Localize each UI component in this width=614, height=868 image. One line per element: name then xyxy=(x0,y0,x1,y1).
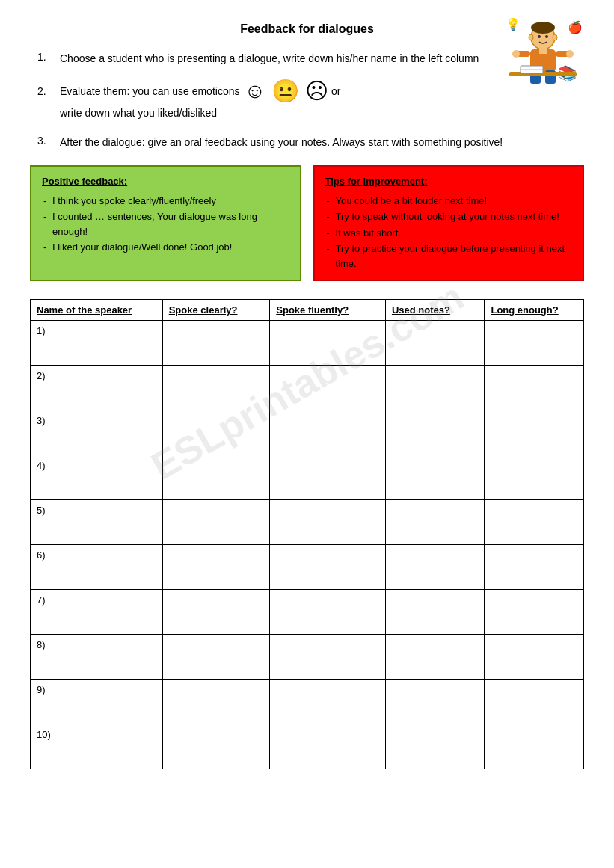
table-row: 5) xyxy=(31,500,584,545)
row-cell xyxy=(485,680,584,724)
row-number: 4) xyxy=(31,455,163,500)
positive-feedback-box: Positive feedback: I think you spoke cle… xyxy=(30,165,301,281)
instruction-2-number: 2. xyxy=(37,85,60,97)
row-number: 3) xyxy=(31,410,163,455)
row-cell xyxy=(485,545,584,590)
row-cell xyxy=(485,590,584,635)
page-title: Feedback for dialogues xyxy=(30,22,584,36)
positive-item-2: I counted … sentences, Your dialogue was… xyxy=(42,209,289,238)
row-cell xyxy=(485,410,584,455)
instruction-3-text: After the dialogue: give an oral feedbac… xyxy=(60,135,503,150)
row-cell xyxy=(270,590,386,635)
emoticons: ☺ 😐 ☹ xyxy=(244,80,328,102)
row-cell xyxy=(385,455,485,500)
tips-feedback-box: Tips for improvement: You could be a bit… xyxy=(313,165,585,281)
row-cell xyxy=(485,724,584,769)
row-cell xyxy=(162,366,270,410)
col-header-name: Name of the speaker xyxy=(31,300,163,321)
row-cell xyxy=(270,545,386,590)
row-cell xyxy=(485,455,584,500)
table-row: 6) xyxy=(31,545,584,590)
svg-point-6 xyxy=(545,35,548,38)
row-cell xyxy=(385,724,485,769)
table-header-row: Name of the speaker Spoke clearly? Spoke… xyxy=(31,300,584,321)
instruction-3-number: 3. xyxy=(37,135,60,147)
row-number: 2) xyxy=(31,366,163,410)
row-cell xyxy=(162,410,270,455)
feedback-table: Name of the speaker Spoke clearly? Spoke… xyxy=(30,299,584,769)
tips-item-2: Try to speak without looking at your not… xyxy=(325,209,573,224)
row-number: 8) xyxy=(31,635,163,680)
neutral-emoticon: 😐 xyxy=(271,80,299,102)
or-text: or xyxy=(331,85,340,97)
row-cell xyxy=(270,500,386,545)
row-cell xyxy=(385,410,485,455)
row-cell xyxy=(385,545,485,590)
row-cell xyxy=(270,410,386,455)
row-cell xyxy=(485,635,584,680)
instruction-2-text-after: write down what you liked/disliked xyxy=(60,105,217,121)
instruction-3: 3. After the dialogue: give an oral feed… xyxy=(37,135,584,150)
positive-feedback-title: Positive feedback: xyxy=(42,174,289,189)
svg-rect-10 xyxy=(539,48,547,54)
positive-item-1: I think you spoke clearly/fluently/freel… xyxy=(42,194,289,209)
table-row: 3) xyxy=(31,410,584,455)
row-cell xyxy=(385,590,485,635)
col-header-long: Long enough? xyxy=(485,300,584,321)
row-cell xyxy=(162,455,270,500)
row-number: 6) xyxy=(31,545,163,590)
col-header-fluently: Spoke fluently? xyxy=(270,300,386,321)
sad-emoticon: ☹ xyxy=(305,80,328,102)
svg-text:🍎: 🍎 xyxy=(568,20,583,34)
svg-point-7 xyxy=(529,34,533,40)
svg-point-13 xyxy=(512,50,520,58)
happy-emoticon: ☺ xyxy=(244,81,265,102)
row-cell xyxy=(162,590,270,635)
row-cell xyxy=(162,545,270,590)
feedback-boxes: Positive feedback: I think you spoke cle… xyxy=(30,165,584,281)
tips-item-4: Try to practice your dialogue before pre… xyxy=(325,241,573,271)
row-cell xyxy=(162,321,270,366)
tips-item-3: It was bit short. xyxy=(325,226,573,241)
svg-point-8 xyxy=(553,34,557,40)
row-cell xyxy=(385,680,485,724)
positive-item-3: I liked your dialogue/Well done! Good jo… xyxy=(42,240,289,255)
row-cell xyxy=(385,500,485,545)
svg-point-14 xyxy=(566,50,574,58)
row-number: 9) xyxy=(31,680,163,724)
row-cell xyxy=(162,724,270,769)
table-row: 7) xyxy=(31,590,584,635)
svg-point-4 xyxy=(531,22,555,34)
positive-feedback-list: I think you spoke clearly/fluently/freel… xyxy=(42,194,289,255)
row-number: 1) xyxy=(31,321,163,366)
col-header-notes: Used notes? xyxy=(385,300,485,321)
table-row: 8) xyxy=(31,635,584,680)
svg-point-5 xyxy=(538,35,541,38)
tips-item-1: You could be a bit louder next time! xyxy=(325,194,573,209)
col-header-clearly: Spoke clearly? xyxy=(162,300,270,321)
row-cell xyxy=(485,321,584,366)
row-cell xyxy=(162,500,270,545)
row-cell xyxy=(485,500,584,545)
row-cell xyxy=(270,635,386,680)
row-number: 10) xyxy=(31,724,163,769)
row-cell xyxy=(485,366,584,410)
instruction-1-number: 1. xyxy=(37,51,60,63)
row-cell xyxy=(385,321,485,366)
svg-text:💡: 💡 xyxy=(506,17,521,31)
instruction-2-text-before: Evaluate them: you can use emoticons xyxy=(60,84,239,99)
row-cell xyxy=(270,680,386,724)
table-row: 1) xyxy=(31,321,584,366)
table-row: 9) xyxy=(31,680,584,724)
row-cell xyxy=(162,680,270,724)
tips-feedback-list: You could be a bit louder next time! Try… xyxy=(325,194,573,271)
row-number: 5) xyxy=(31,500,163,545)
instruction-1-text: Choose a student who is presenting a dia… xyxy=(60,51,479,67)
student-avatar: 💡 🍎 📚 xyxy=(502,15,584,90)
row-cell xyxy=(162,635,270,680)
row-cell xyxy=(270,366,386,410)
tips-feedback-title: Tips for improvement: xyxy=(325,174,573,189)
row-cell xyxy=(270,321,386,366)
row-cell xyxy=(385,366,485,410)
row-cell xyxy=(270,724,386,769)
